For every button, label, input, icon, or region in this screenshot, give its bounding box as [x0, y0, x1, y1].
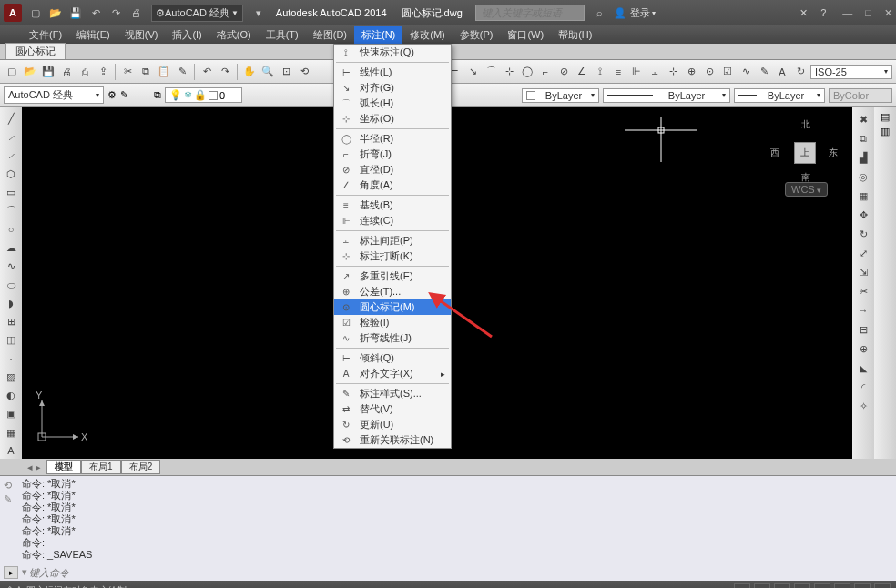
menu-item[interactable]: ⊘直径(D)	[334, 162, 451, 177]
layout-tab-0[interactable]: 模型	[46, 460, 81, 474]
menu-item-11[interactable]: 帮助(H)	[551, 26, 599, 44]
redo-icon[interactable]: ↷	[107, 5, 124, 21]
infocenter-icon[interactable]: ⌕	[592, 5, 608, 21]
block-icon[interactable]: ◫	[3, 332, 19, 348]
offset-icon[interactable]: ◎	[855, 168, 871, 185]
menu-item[interactable]: ⊢倾斜(Q)	[334, 350, 451, 366]
dim-tol-icon[interactable]: ⊕	[683, 64, 699, 80]
menu-item[interactable]: A对齐文字(X)▸	[334, 366, 451, 381]
color-selector[interactable]: ByLayer▾	[522, 88, 599, 103]
menu-item[interactable]: ∠角度(A)	[334, 177, 451, 193]
rect-icon[interactable]: ▭	[3, 185, 19, 200]
dim-aligned-icon[interactable]: ↘	[464, 64, 481, 80]
menu-item[interactable]: ⟲重新关联标注(N)	[334, 432, 451, 448]
menu-item[interactable]: ∿折弯线性(J)	[334, 330, 451, 346]
navcube-east[interactable]: 东	[829, 147, 838, 159]
trim-icon[interactable]: ✂	[855, 283, 871, 299]
redo-toolbar-icon[interactable]: ↷	[217, 64, 233, 80]
ellipse-icon[interactable]: ⬭	[3, 277, 19, 292]
dim-break-icon[interactable]: ⊹	[665, 64, 681, 80]
menu-item[interactable]: ⊹坐标(O)	[334, 111, 451, 127]
copy-obj-icon[interactable]: ⧉	[855, 130, 871, 147]
navcube-north[interactable]: 北	[801, 118, 810, 131]
layer-props-icon[interactable]: ⧉	[154, 89, 161, 101]
dim-space-icon[interactable]: ⫠	[647, 64, 663, 80]
otrack-button[interactable]	[854, 583, 871, 588]
match-icon[interactable]: ✎	[174, 64, 190, 80]
dim-arc-icon[interactable]: ⌒	[483, 64, 499, 80]
menu-item[interactable]: ↻更新(U)	[334, 417, 451, 432]
menu-item-9[interactable]: 参数(P)	[453, 26, 501, 44]
menu-item-2[interactable]: 视图(V)	[117, 26, 166, 44]
circle-icon[interactable]: ○	[3, 222, 19, 238]
dim-radius-icon[interactable]: ◯	[519, 64, 535, 80]
qat-dropdown-icon[interactable]: ▾	[250, 5, 267, 21]
ellipse-arc-icon[interactable]: ◗	[3, 296, 19, 311]
workspace-selector-2[interactable]: AutoCAD 经典▾	[4, 86, 104, 104]
menu-item[interactable]: ⌒弧长(H)	[334, 96, 451, 111]
help-icon[interactable]: ?	[815, 5, 831, 21]
menu-item-0[interactable]: 文件(F)	[22, 26, 69, 44]
layer-selector[interactable]: 💡❄🔒 0	[165, 87, 242, 103]
publish-icon[interactable]: ⇪	[95, 64, 111, 80]
copy-icon[interactable]: ⧉	[137, 64, 154, 80]
workspace-settings-icon[interactable]: ⚙	[107, 89, 117, 101]
dim-tedit-icon[interactable]: A	[774, 64, 790, 80]
panel-icon-1[interactable]: ▤	[881, 111, 890, 123]
cmd-tool-icon[interactable]: ✎	[4, 493, 22, 505]
zoom-prev-icon[interactable]: ⟲	[296, 64, 312, 80]
linetype-selector[interactable]: ByLayer▾	[603, 88, 730, 103]
plot-icon[interactable]: 🖨	[58, 64, 75, 80]
dim-insp-icon[interactable]: ☑	[719, 64, 736, 80]
new-file-icon[interactable]: ▢	[4, 64, 20, 80]
signin-icon[interactable]: 👤	[612, 5, 628, 21]
erase-icon[interactable]: ✖	[855, 111, 871, 127]
zoom-window-icon[interactable]: ⊡	[278, 64, 294, 80]
app-logo[interactable]: A	[4, 4, 22, 22]
open-icon[interactable]: 📂	[47, 5, 64, 21]
gradient-icon[interactable]: ◐	[3, 388, 19, 403]
dim-base-icon[interactable]: ≡	[610, 64, 626, 80]
menu-item-10[interactable]: 窗口(W)	[500, 26, 551, 44]
menu-item[interactable]: ☑检验(I)	[334, 315, 451, 330]
snap-button[interactable]	[774, 583, 790, 588]
join-icon[interactable]: ⊕	[855, 340, 871, 357]
menu-item-6[interactable]: 绘图(D)	[306, 26, 354, 44]
document-tab[interactable]: 圆心标记	[5, 43, 66, 59]
break-icon[interactable]: ⊟	[855, 321, 871, 338]
lineweight-selector[interactable]: ByLayer▾	[734, 88, 825, 103]
dim-joglin-icon[interactable]: ∿	[738, 64, 754, 80]
menu-item-7[interactable]: 标注(N)	[354, 26, 402, 44]
menu-item-3[interactable]: 插入(I)	[165, 26, 209, 44]
hatch-icon[interactable]: ▨	[3, 370, 19, 385]
workspace-selector[interactable]: ⚙ AutoCAD 经典 ▼	[151, 5, 243, 22]
menu-item[interactable]: ⊢线性(L)	[334, 65, 451, 80]
dim-edit-icon[interactable]: ✎	[756, 64, 772, 80]
navcube-west[interactable]: 西	[770, 147, 779, 159]
explode-icon[interactable]: ✧	[855, 398, 871, 414]
cmd-recent-icon[interactable]: ⟲	[4, 480, 22, 492]
close-button[interactable]: ✕	[884, 7, 892, 19]
save-icon[interactable]: 💾	[67, 5, 84, 21]
xline-icon[interactable]: ⟋	[3, 129, 19, 145]
osnap-button[interactable]	[834, 583, 850, 588]
revcloud-icon[interactable]: ☁	[3, 240, 19, 256]
scale-icon[interactable]: ⤢	[855, 245, 871, 261]
maximize-button[interactable]: □	[865, 7, 871, 19]
menu-item[interactable]: ≡基线(B)	[334, 198, 451, 213]
pan-icon[interactable]: ✋	[241, 64, 258, 80]
undo-icon[interactable]: ↶	[87, 5, 104, 21]
model-button[interactable]	[734, 583, 750, 588]
line-icon[interactable]: ╱	[3, 111, 19, 127]
region-icon[interactable]: ▣	[3, 406, 19, 421]
menu-item[interactable]: ⫠标注间距(P)	[334, 233, 451, 248]
minimize-button[interactable]: —	[842, 7, 852, 19]
undo-toolbar-icon[interactable]: ↶	[199, 64, 215, 80]
rotate-icon[interactable]: ↻	[855, 226, 871, 242]
move-icon[interactable]: ✥	[855, 207, 871, 223]
menu-item-1[interactable]: 编辑(E)	[69, 26, 117, 44]
extend-icon[interactable]: →	[855, 302, 871, 319]
lwt-button[interactable]	[874, 583, 891, 588]
command-input[interactable]	[29, 567, 892, 578]
fillet-icon[interactable]: ◜	[855, 379, 871, 395]
